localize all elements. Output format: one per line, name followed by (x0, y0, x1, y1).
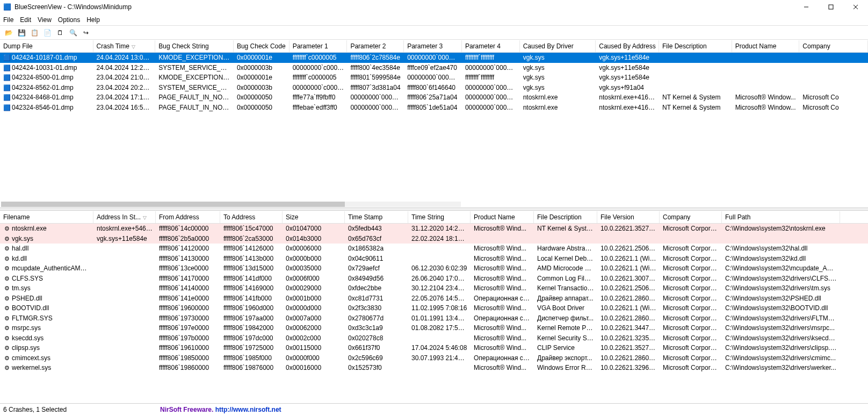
crash-header-12[interactable]: Company (799, 40, 868, 52)
driver-header-9[interactable]: File Version (597, 211, 660, 223)
crash-row[interactable]: 🟦042424-10187-01.dmp24.04.2024 13:09:57K… (0, 53, 868, 63)
horizontal-scrollbar[interactable] (0, 201, 868, 208)
driver-cell: Диспетчер фильт... (534, 314, 597, 323)
window-controls (794, 0, 868, 14)
maximize-button[interactable] (819, 0, 843, 14)
driver-list-header: FilenameAddress In St...▽From AddressTo … (0, 211, 868, 224)
crash-row[interactable]: 🟦042424-10031-01.dmp24.04.2024 12:27:47S… (0, 63, 868, 73)
driver-cell (660, 238, 722, 239)
driver-cell: fffff806`197aa000 (220, 314, 283, 323)
crash-row[interactable]: 🟦042324-8468-01.dmp23.04.2024 17:17:46PA… (0, 92, 868, 103)
driver-cell: 30.07.1993 21:46:01 (408, 354, 471, 362)
menu-file[interactable]: File (3, 16, 13, 24)
driver-header-8[interactable]: File Description (534, 211, 597, 223)
driver-header-2[interactable]: From Address (156, 211, 220, 223)
crash-list-rows: 🟦042424-10187-01.dmp24.04.2024 13:09:57K… (0, 53, 868, 112)
driver-cell: 0x2c596c69 (345, 354, 408, 362)
crash-cell: Microsoft Co (799, 93, 868, 102)
crash-cell: Microsoft® Window... (732, 103, 800, 112)
driver-row[interactable]: ⚙mcupdate_AuthenticAMD.dllfffff806`13ce0… (0, 263, 868, 274)
driver-header-0[interactable]: Filename (0, 211, 93, 223)
driver-row[interactable]: ⚙ntoskrnl.exentoskrnl.exe+546d...fffff80… (0, 224, 868, 234)
crash-header-3[interactable]: Bug Check Code (234, 40, 290, 52)
menu-edit[interactable]: Edit (20, 16, 31, 24)
driver-row[interactable]: ⚙tm.sysfffff806`14140000fffff806`1416900… (0, 283, 868, 294)
crash-cell (732, 77, 800, 78)
driver-header-3[interactable]: To Address (220, 211, 283, 223)
driver-row[interactable]: ⚙CLFS.SYSfffff806`14170000fffff806`141df… (0, 274, 868, 284)
driver-cell: Microsoft Corpora... (660, 334, 722, 342)
close-button[interactable] (843, 0, 868, 14)
driver-cell: 10.0.22621.2506 (W... (597, 284, 660, 292)
driver-cell: 0x014b3000 (283, 234, 345, 243)
driver-row[interactable]: ⚙msrpc.sysfffff806`197e0000fffff806`1984… (0, 323, 868, 333)
crash-header-2[interactable]: Bug Check String (155, 40, 234, 52)
crash-header-11[interactable]: Product Name (732, 40, 800, 52)
driver-cell: Microsoft Corpora... (660, 324, 722, 332)
crash-cell: fffff806`2c78584e (347, 53, 404, 62)
crash-header-6[interactable]: Parameter 3 (404, 40, 462, 52)
crash-cell: Microsoft® Window... (732, 93, 800, 102)
crash-cell: ffffffff`ffffffff (462, 53, 520, 62)
driver-row[interactable]: ⚙cmimcext.sysfffff806`19850000fffff806`1… (0, 353, 868, 363)
crash-row[interactable]: 🟦042324-8500-01.dmp23.04.2024 21:01:28KM… (0, 73, 868, 83)
driver-cell: 0x0007a000 (283, 314, 345, 323)
exit-icon[interactable]: ↪ (81, 27, 91, 38)
properties-icon[interactable]: 🗒 (55, 27, 66, 38)
save-icon[interactable]: 💾 (16, 27, 27, 38)
driver-row[interactable]: ⚙hal.dllfffff806`14120000fffff806`141260… (0, 244, 868, 254)
copy-icon[interactable]: 📋 (29, 27, 40, 38)
driver-header-1[interactable]: Address In St...▽ (93, 211, 156, 223)
toolbar: 📂 💾 📋 📄 🗒 🔍 ↪ (0, 26, 868, 40)
driver-header-5[interactable]: Time Stamp (345, 211, 408, 223)
crash-header-9[interactable]: Caused By Address (596, 40, 659, 52)
driver-cell: 0x00029000 (283, 284, 345, 292)
crash-header-4[interactable]: Parameter 1 (290, 40, 348, 52)
sort-indicator-icon: ▽ (132, 44, 135, 49)
svg-rect-1 (829, 5, 833, 9)
copy-row-icon[interactable]: 📄 (42, 27, 53, 38)
crash-header-10[interactable]: File Description (659, 40, 732, 52)
find-icon[interactable]: 🔍 (68, 27, 78, 38)
driver-row[interactable]: ⚙FLTMGR.SYSfffff806`19730000fffff806`197… (0, 313, 868, 324)
driver-header-6[interactable]: Time String (408, 211, 471, 223)
crash-row[interactable]: 🟦042324-8562-01.dmp23.04.2024 20:22:23SY… (0, 83, 868, 93)
driver-header-11[interactable]: Full Path (722, 211, 840, 223)
driver-row[interactable]: ⚙vgk.sysvgk.sys+11e584efffff806`2b5a0000… (0, 234, 868, 244)
crash-row[interactable]: 🟦042324-8546-01.dmp23.04.2024 16:57:53PA… (0, 103, 868, 113)
driver-header-4[interactable]: Size (283, 211, 345, 223)
minimize-button[interactable] (794, 0, 819, 14)
driver-row[interactable]: ⚙BOOTVID.dllfffff806`19600000fffff806`19… (0, 303, 868, 313)
driver-row[interactable]: ⚙kd.dllfffff806`14130000fffff806`1413b00… (0, 254, 868, 264)
crash-cell: vgk.sys+11e584e (596, 63, 659, 72)
driver-row[interactable]: ⚙ksecdd.sysfffff806`197b0000fffff806`197… (0, 333, 868, 344)
crash-header-7[interactable]: Parameter 4 (462, 40, 520, 52)
open-icon[interactable]: 📂 (3, 27, 14, 38)
menu-help[interactable]: Help (86, 16, 100, 24)
driver-row[interactable]: ⚙PSHED.dllfffff806`141e0000fffff806`141f… (0, 294, 868, 304)
driver-cell: Microsoft® Wind... (471, 254, 534, 263)
driver-cell: 0x0000b000 (283, 254, 345, 263)
driver-cell: 01.01.1991 13:42:05 (408, 314, 471, 323)
crash-header-5[interactable]: Parameter 2 (347, 40, 404, 52)
driver-cell: Microsoft Corpora... (660, 264, 722, 273)
driver-cell: ⚙BOOTVID.dll (0, 304, 93, 312)
driver-cell: ⚙ntoskrnl.exe (0, 224, 93, 233)
driver-header-7[interactable]: Product Name (471, 211, 534, 223)
crash-cell: 🟦042324-8546-01.dmp (0, 103, 93, 112)
driver-row[interactable]: ⚙clipsp.sysfffff806`19610000fffff806`197… (0, 343, 868, 353)
driver-cell: ⚙werkernel.sys (0, 363, 93, 372)
menu-options[interactable]: Options (58, 16, 80, 24)
driver-row[interactable]: ⚙werkernel.sysfffff806`19860000fffff806`… (0, 363, 868, 373)
driver-cell (534, 238, 597, 239)
driver-cell: 0x1865382a (345, 244, 408, 253)
crash-header-1[interactable]: Crash Time▽ (93, 40, 156, 52)
crash-header-8[interactable]: Caused By Driver (520, 40, 596, 52)
crash-header-0[interactable]: Dump File (0, 40, 93, 52)
driver-cell: ⚙vgk.sys (0, 234, 93, 243)
status-link[interactable]: NirSoft Freeware. http://www.nirsoft.net (160, 406, 281, 413)
menu-view[interactable]: View (38, 16, 52, 24)
crash-cell: 00000000`000000... (347, 103, 404, 112)
driver-cell (408, 248, 471, 249)
driver-header-10[interactable]: Company (660, 211, 722, 223)
